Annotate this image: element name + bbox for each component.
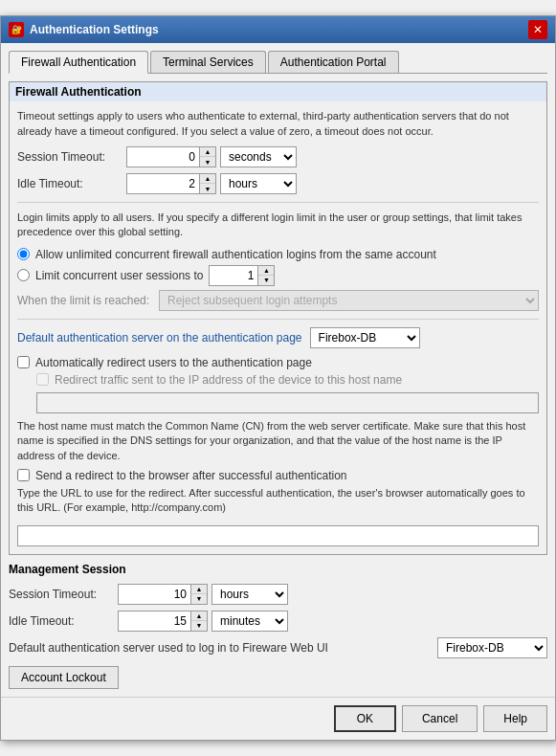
mgmt-idle-timeout-label: Idle Timeout: [9, 614, 114, 628]
default-webui-auth-select[interactable]: Firebox-DB LDAP RADIUS Active Directory [437, 637, 547, 658]
mgmt-idle-timeout-row: Idle Timeout: ▲ ▼ seconds minutes hours [9, 611, 547, 632]
allow-unlimited-label[interactable]: Allow unlimited concurrent firewall auth… [35, 248, 436, 261]
limit-concurrent-row: Limit concurrent user sessions to ▲ ▼ [17, 265, 539, 286]
window-title: Authentication Settings [30, 23, 159, 36]
auto-redirect-row: Automatically redirect users to the auth… [17, 356, 539, 369]
auto-redirect-checkbox[interactable] [17, 356, 30, 368]
send-redirect-checkbox[interactable] [17, 469, 30, 481]
mgmt-session-timeout-spinners: ▲ ▼ [190, 585, 207, 604]
mgmt-idle-timeout-wrapper: ▲ ▼ [118, 611, 208, 632]
mgmt-idle-timeout-input[interactable] [119, 611, 190, 631]
bottom-button-bar: OK Cancel Help [1, 697, 555, 740]
limit-concurrent-radio[interactable] [17, 269, 30, 281]
redirect-url-input[interactable] [17, 525, 539, 546]
idle-timeout-unit[interactable]: seconds minutes hours [220, 173, 297, 194]
session-timeout-spinners: ▲ ▼ [199, 147, 215, 167]
main-window: 🔐 Authentication Settings ✕ Firewall Aut… [0, 15, 556, 741]
mgmt-session-timeout-label: Session Timeout: [9, 588, 114, 601]
mgmt-idle-timeout-spinners: ▲ ▼ [190, 611, 207, 631]
send-redirect-label[interactable]: Send a redirect to the browser after suc… [35, 469, 347, 482]
tab-bar: Firewall Authentication Terminal Service… [9, 51, 547, 74]
idle-timeout-label: Idle Timeout: [17, 177, 122, 190]
redirect-url-desc: Type the URL to use for the redirect. Af… [17, 486, 539, 516]
idle-timeout-down[interactable]: ▼ [200, 184, 215, 193]
when-limit-label: When the limit is reached: [17, 294, 151, 307]
allow-unlimited-row: Allow unlimited concurrent firewall auth… [17, 248, 539, 261]
dialog-content: Firewall Authentication Terminal Service… [1, 43, 555, 697]
limit-value-up[interactable]: ▲ [258, 266, 274, 276]
tab-firewall-authentication[interactable]: Firewall Authentication [9, 51, 148, 74]
idle-timeout-spinners: ▲ ▼ [199, 174, 215, 193]
idle-timeout-input-wrapper: ▲ ▼ [126, 173, 216, 194]
mgmt-session-timeout-input[interactable] [119, 585, 190, 604]
timeout-description: Timeout settings apply to users who auth… [17, 109, 539, 139]
host-name-note: The host name must match the Common Name… [17, 419, 539, 463]
redirect-traffic-section: Redirect traffic sent to the IP address … [17, 373, 539, 413]
firewall-auth-header: Firewall Authentication [10, 82, 546, 101]
redirect-traffic-checkbox[interactable] [36, 373, 49, 386]
firewall-auth-section: Firewall Authentication Timeout settings… [9, 81, 547, 555]
default-auth-server-select[interactable]: Firebox-DB LDAP RADIUS Active Directory [310, 327, 420, 348]
default-webui-auth-label: Default authentication server used to lo… [9, 641, 430, 655]
limit-value-spinners: ▲ ▼ [257, 266, 274, 285]
mgmt-session-timeout-row: Session Timeout: ▲ ▼ seconds minutes hou… [9, 584, 547, 605]
limit-value-down[interactable]: ▼ [258, 276, 274, 285]
redirect-traffic-row: Redirect traffic sent to the IP address … [36, 373, 539, 387]
management-session-title: Management Session [9, 563, 547, 576]
mgmt-session-up[interactable]: ▲ [191, 585, 207, 594]
management-section: Management Session Session Timeout: ▲ ▼ … [9, 563, 547, 689]
title-bar: 🔐 Authentication Settings ✕ [1, 16, 555, 43]
cancel-button[interactable]: Cancel [402, 705, 478, 732]
redirect-traffic-label: Redirect traffic sent to the IP address … [55, 373, 402, 387]
ok-button[interactable]: OK [334, 705, 396, 732]
when-limit-row: When the limit is reached: Reject subseq… [17, 290, 539, 311]
tab-terminal-services[interactable]: Terminal Services [150, 51, 266, 73]
send-redirect-row: Send a redirect to the browser after suc… [17, 469, 539, 482]
tab-authentication-portal[interactable]: Authentication Portal [268, 51, 399, 73]
idle-timeout-up[interactable]: ▲ [200, 174, 215, 184]
session-timeout-up[interactable]: ▲ [200, 147, 215, 157]
mgmt-session-unit[interactable]: seconds minutes hours [211, 584, 288, 605]
mgmt-idle-unit[interactable]: seconds minutes hours [211, 611, 288, 632]
session-timeout-input-wrapper: ▲ ▼ [126, 146, 216, 167]
default-auth-server-row: Default authentication server on the aut… [17, 327, 539, 348]
host-name-input[interactable] [36, 392, 539, 413]
limit-value-input[interactable] [210, 266, 257, 285]
mgmt-session-timeout-wrapper: ▲ ▼ [118, 584, 208, 605]
when-limit-select[interactable]: Reject subsequent login attempts Disconn… [159, 290, 539, 311]
session-timeout-row: Session Timeout: ▲ ▼ seconds minutes hou… [17, 146, 539, 167]
limit-value-wrapper: ▲ ▼ [209, 265, 275, 286]
account-lockout-button[interactable]: Account Lockout [9, 666, 119, 689]
limit-concurrent-label[interactable]: Limit concurrent user sessions to [35, 269, 203, 282]
session-timeout-label: Session Timeout: [17, 150, 122, 164]
close-button[interactable]: ✕ [528, 20, 547, 39]
mgmt-idle-down[interactable]: ▼ [191, 621, 207, 631]
session-timeout-down[interactable]: ▼ [200, 157, 215, 167]
session-timeout-unit[interactable]: seconds minutes hours [220, 146, 297, 167]
title-bar-left: 🔐 Authentication Settings [9, 22, 159, 37]
app-icon: 🔐 [9, 22, 24, 37]
auto-redirect-label[interactable]: Automatically redirect users to the auth… [35, 356, 312, 369]
mgmt-session-down[interactable]: ▼ [191, 594, 207, 604]
default-auth-server-label: Default authentication server on the aut… [17, 331, 302, 345]
login-limits-description: Login limits apply to all users. If you … [17, 211, 539, 240]
allow-unlimited-radio[interactable] [17, 248, 30, 260]
idle-timeout-input[interactable] [127, 174, 199, 193]
session-timeout-input[interactable] [127, 147, 199, 167]
mgmt-idle-up[interactable]: ▲ [191, 611, 207, 621]
idle-timeout-row: Idle Timeout: ▲ ▼ seconds minutes hours [17, 173, 539, 194]
help-button[interactable]: Help [483, 705, 547, 732]
default-webui-auth-row: Default authentication server used to lo… [9, 637, 547, 658]
